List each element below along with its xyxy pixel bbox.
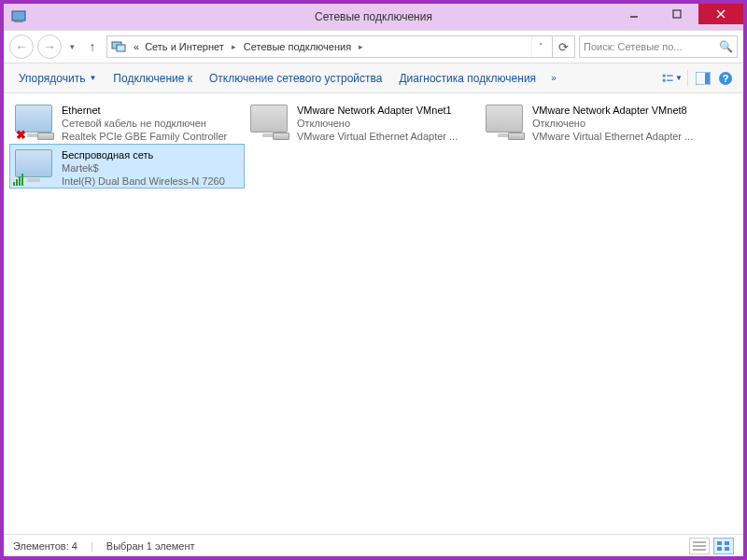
svg-rect-18	[19, 176, 21, 186]
breadcrumb-prefix: «	[132, 41, 141, 52]
up-button[interactable]: ↑	[82, 36, 103, 57]
svg-rect-23	[717, 541, 722, 545]
overflow-chevron[interactable]: »	[545, 73, 562, 83]
item-name: VMware Network Adapter VMnet1	[297, 104, 476, 117]
error-x-icon: ✖	[13, 127, 28, 142]
svg-rect-13	[705, 73, 710, 84]
back-button[interactable]: ←	[9, 35, 34, 59]
item-device: Intel(R) Dual Band Wireless-N 7260	[62, 175, 241, 188]
details-view-button[interactable]	[689, 538, 710, 554]
search-icon[interactable]: 🔍	[719, 40, 733, 53]
address-dropdown[interactable]: ˅	[531, 36, 550, 57]
svg-rect-8	[663, 74, 666, 77]
item-status: Сетевой кабель не подключен	[62, 117, 241, 130]
nav-bar: ← → ▾ ↑ « Сеть и Интернет ▸ Сетевые подк…	[4, 30, 743, 63]
svg-rect-19	[21, 174, 23, 186]
network-adapter-icon	[484, 103, 527, 142]
status-item-count: Элементов: 4	[13, 540, 78, 552]
history-dropdown[interactable]: ▾	[65, 35, 78, 59]
address-bar[interactable]: « Сеть и Интернет ▸ Сетевые подключения …	[106, 35, 575, 58]
tiles-view-button[interactable]	[713, 538, 734, 554]
item-name: VMware Network Adapter VMnet8	[532, 104, 712, 117]
connect-to-button[interactable]: Подключение к	[106, 68, 200, 89]
connection-vmnet8[interactable]: VMware Network Adapter VMnet8 Отключено …	[480, 99, 715, 144]
search-input[interactable]: Поиск: Сетевые по... 🔍	[579, 35, 738, 58]
svg-rect-24	[725, 541, 729, 545]
breadcrumb-connections[interactable]: Сетевые подключения	[242, 41, 353, 52]
item-device: VMware Virtual Ethernet Adapter ...	[297, 130, 476, 143]
view-options-button[interactable]: ▼	[662, 68, 683, 89]
breadcrumb-network[interactable]: Сеть и Интернет	[143, 41, 226, 52]
diagnose-button[interactable]: Диагностика подключения	[391, 68, 543, 89]
preview-pane-button[interactable]	[693, 68, 713, 89]
window-icon	[11, 9, 26, 24]
svg-rect-0	[12, 11, 25, 21]
network-adapter-icon	[248, 103, 291, 142]
connection-ethernet[interactable]: ✖ Ethernet Сетевой кабель не подключен R…	[9, 99, 245, 144]
command-bar: Упорядочить▼ Подключение к Отключение се…	[4, 63, 743, 93]
svg-rect-16	[13, 182, 15, 186]
svg-rect-25	[717, 547, 722, 551]
item-name: Ethernet	[62, 104, 241, 117]
forward-button[interactable]: →	[37, 35, 62, 59]
help-button[interactable]: ?	[715, 68, 736, 89]
item-status: Отключено	[297, 117, 476, 130]
disable-device-button[interactable]: Отключение сетевого устройства	[202, 68, 389, 89]
item-name: Беспроводная сеть	[62, 148, 241, 161]
refresh-button[interactable]: ⟳	[552, 36, 574, 57]
svg-text:?: ?	[723, 73, 729, 84]
svg-rect-17	[16, 179, 18, 186]
chevron-down-icon: ▼	[89, 74, 96, 82]
connection-wireless[interactable]: Беспроводная сеть Martek$ Intel(R) Dual …	[9, 144, 245, 189]
title-bar: Сетевые подключения	[4, 4, 743, 30]
network-adapter-icon: ✖	[13, 103, 56, 142]
explorer-window: Сетевые подключения ← → ▾ ↑ « Сеть и Инт…	[3, 3, 744, 557]
item-status: Martek$	[62, 161, 241, 175]
item-device: VMware Virtual Ethernet Adapter ...	[532, 130, 712, 143]
search-placeholder: Поиск: Сетевые по...	[584, 41, 683, 52]
status-bar: Элементов: 4 | Выбран 1 элемент	[4, 534, 743, 556]
wifi-signal-icon	[13, 172, 28, 187]
network-adapter-icon	[13, 147, 56, 187]
chevron-right-icon[interactable]: ▸	[355, 42, 367, 51]
organize-menu[interactable]: Упорядочить▼	[11, 68, 104, 89]
status-selected-count: Выбран 1 элемент	[106, 540, 195, 552]
svg-rect-1	[14, 21, 23, 22]
svg-rect-3	[673, 10, 681, 18]
svg-rect-9	[663, 78, 666, 81]
item-device: Realtek PCIe GBE Family Controller	[62, 130, 241, 143]
minimize-button[interactable]	[613, 4, 655, 24]
close-button[interactable]	[698, 4, 743, 24]
connection-vmnet1[interactable]: VMware Network Adapter VMnet1 Отключено …	[245, 99, 480, 144]
maximize-button[interactable]	[655, 4, 698, 24]
window-buttons	[613, 4, 743, 30]
svg-rect-26	[725, 547, 729, 551]
location-icon	[111, 39, 126, 54]
content-area[interactable]: ✖ Ethernet Сетевой кабель не подключен R…	[4, 93, 743, 534]
item-status: Отключено	[532, 117, 712, 130]
chevron-right-icon[interactable]: ▸	[228, 42, 240, 51]
svg-rect-7	[117, 45, 125, 51]
